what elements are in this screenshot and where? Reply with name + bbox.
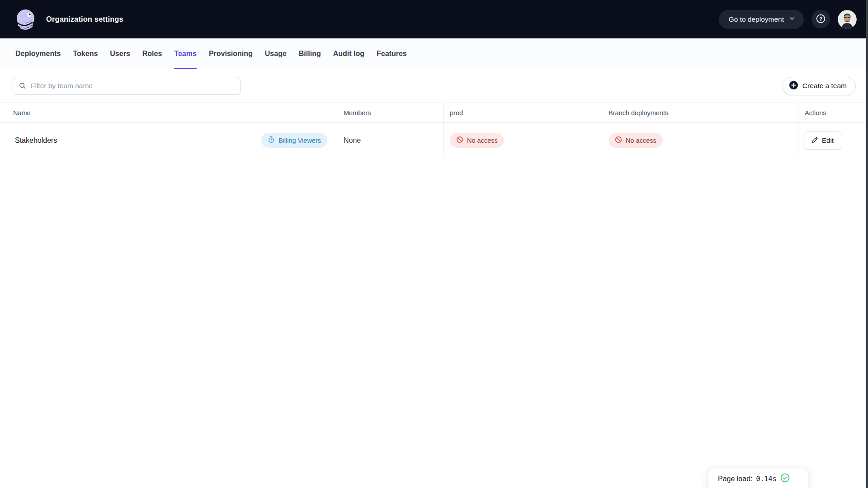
header-actions: Go to deployment ? <box>719 10 857 29</box>
tab-billing[interactable]: Billing <box>299 38 321 69</box>
badge-label: No access <box>626 137 656 144</box>
user-avatar[interactable] <box>838 10 857 29</box>
ban-icon <box>456 136 463 145</box>
members-value: None <box>344 136 361 145</box>
go-to-deployment-button[interactable]: Go to deployment <box>719 10 804 29</box>
cell-members: None <box>337 123 443 158</box>
go-to-deployment-label: Go to deployment <box>729 15 784 23</box>
stopwatch-icon <box>268 136 275 145</box>
organization-settings-page: Organization settings Go to deployment ? <box>0 0 868 488</box>
tab-audit-log[interactable]: Audit log <box>333 38 364 69</box>
cell-name: Stakeholders Billing Viewers <box>0 123 337 158</box>
teams-toolbar: Create a team <box>0 69 868 103</box>
tab-roles[interactable]: Roles <box>142 38 162 69</box>
create-team-button[interactable]: Create a team <box>783 77 856 95</box>
no-access-badge-branch: No access <box>609 133 663 148</box>
page-load-label: Page load: <box>718 475 753 483</box>
scrollbar[interactable] <box>866 0 868 488</box>
teams-table: NameMembersprodBranch deploymentsActions… <box>0 103 868 158</box>
organization-logo-icon <box>15 9 37 30</box>
billing-viewers-badge: Billing Viewers <box>261 133 327 148</box>
create-team-label: Create a team <box>802 82 847 90</box>
no-access-badge-prod: No access <box>450 133 504 148</box>
help-button[interactable]: ? <box>811 10 830 28</box>
filter-by-team-input[interactable] <box>13 77 241 95</box>
search-icon <box>19 82 26 89</box>
column-header-members: Members <box>337 103 443 122</box>
page-load-value: 0.14s <box>756 475 777 483</box>
tab-users[interactable]: Users <box>110 38 130 69</box>
check-circle-icon <box>780 473 790 484</box>
page-load-content: Page load: 0.14s <box>718 473 790 484</box>
chevron-down-icon <box>788 15 796 24</box>
svg-text:?: ? <box>819 16 822 21</box>
column-header-name: Name <box>0 103 337 122</box>
page-load-widget: Page load: 0.14s <box>708 468 808 488</box>
plus-circle-icon <box>789 80 798 92</box>
tab-tokens[interactable]: Tokens <box>73 38 98 69</box>
tab-usage[interactable]: Usage <box>265 38 287 69</box>
tab-teams[interactable]: Teams <box>174 38 197 69</box>
column-header-actions: Actions <box>798 103 868 122</box>
edit-label: Edit <box>822 136 834 144</box>
column-header-branch-deployments: Branch deployments <box>602 103 798 122</box>
cell-prod-access: No access <box>443 123 602 158</box>
tab-features[interactable]: Features <box>377 38 407 69</box>
cell-actions: Edit <box>798 123 868 158</box>
filter-field-wrap <box>13 77 241 95</box>
table-row: Stakeholders Billing Viewers None <box>0 123 868 158</box>
tab-provisioning[interactable]: Provisioning <box>209 38 253 69</box>
table-header-row: NameMembersprodBranch deploymentsActions <box>0 103 868 123</box>
pencil-icon <box>811 136 818 145</box>
badge-label: Billing Viewers <box>278 137 321 144</box>
tab-bar: DeploymentsTokensUsersRolesTeamsProvisio… <box>0 38 868 69</box>
column-header-prod: prod <box>443 103 602 122</box>
page-title: Organization settings <box>46 15 123 23</box>
ban-icon <box>615 136 622 145</box>
edit-team-button[interactable]: Edit <box>803 131 842 150</box>
badge-label: No access <box>467 137 498 144</box>
tab-deployments[interactable]: Deployments <box>15 38 61 69</box>
team-name: Stakeholders <box>15 136 57 145</box>
top-header: Organization settings Go to deployment ? <box>0 0 868 38</box>
question-circle-icon: ? <box>816 14 826 25</box>
cell-branch-access: No access <box>602 123 798 158</box>
